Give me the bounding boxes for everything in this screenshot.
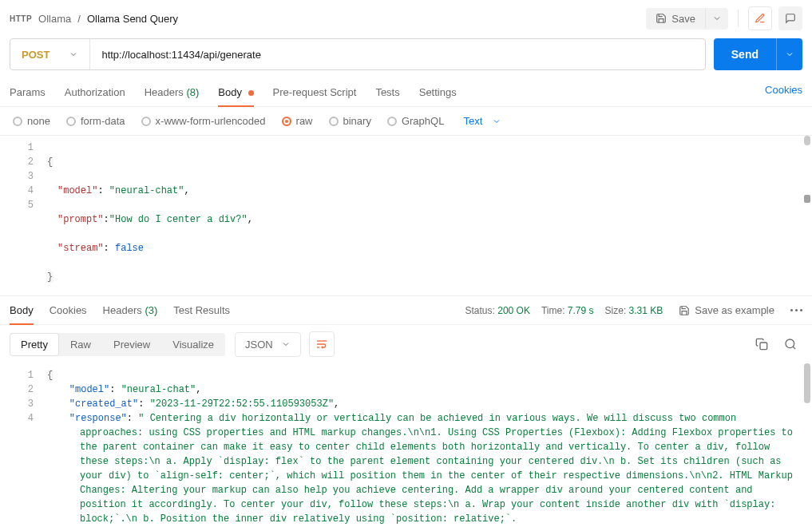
view-mode-segment: Pretty Raw Preview Visualize bbox=[10, 333, 225, 356]
body-type-urlencoded[interactable]: x-www-form-urlencoded bbox=[141, 115, 266, 127]
chevron-down-icon bbox=[69, 50, 78, 59]
chevron-down-icon bbox=[712, 14, 722, 23]
breadcrumb-folder[interactable]: Ollama bbox=[38, 13, 71, 25]
body-type-binary[interactable]: binary bbox=[329, 115, 371, 127]
tab-authorization[interactable]: Authorization bbox=[65, 81, 125, 106]
url-row: POST http://localhost:11434/api/generate… bbox=[0, 38, 812, 81]
response-code[interactable]: { "model": "neural-chat", "created_at": … bbox=[42, 363, 812, 531]
radio-icon bbox=[282, 117, 291, 126]
response-meta: Status: 200 OK Time: 7.79 s Size: 3.31 K… bbox=[465, 305, 663, 324]
radio-icon bbox=[66, 117, 76, 126]
response-format-dropdown[interactable]: JSON bbox=[235, 332, 301, 357]
chevron-down-icon bbox=[785, 50, 794, 59]
svg-rect-2 bbox=[760, 343, 767, 350]
body-type-none[interactable]: none bbox=[13, 115, 50, 127]
search-icon bbox=[784, 338, 797, 351]
edit-button[interactable] bbox=[748, 6, 772, 30]
response-gutter: 1 2 3 4 bbox=[0, 363, 42, 531]
editor-scrollbar[interactable] bbox=[804, 136, 810, 295]
radio-icon bbox=[329, 117, 339, 126]
send-button-group: Send bbox=[714, 38, 802, 70]
response-tab-body[interactable]: Body bbox=[10, 304, 34, 324]
save-label: Save bbox=[671, 13, 695, 25]
save-button[interactable]: Save bbox=[646, 8, 705, 30]
breadcrumb-separator: / bbox=[77, 13, 81, 25]
copy-button[interactable] bbox=[750, 332, 774, 356]
tab-body-label: Body bbox=[218, 86, 242, 98]
tab-headers-label: Headers bbox=[145, 86, 184, 98]
response-body-editor[interactable]: 1 2 3 4 { "model": "neural-chat", "creat… bbox=[0, 363, 812, 531]
response-header: Body Cookies Headers (3) Test Results St… bbox=[0, 295, 812, 324]
url-input[interactable]: http://localhost:11434/api/generate bbox=[90, 39, 704, 69]
radio-icon bbox=[387, 117, 397, 126]
wrap-lines-button[interactable] bbox=[309, 331, 335, 357]
tab-headers-count: (8) bbox=[186, 86, 199, 98]
url-box: POST http://localhost:11434/api/generate bbox=[10, 38, 706, 70]
more-menu[interactable] bbox=[790, 309, 802, 319]
response-tab-cookies[interactable]: Cookies bbox=[50, 304, 87, 324]
method-label: POST bbox=[22, 49, 50, 61]
send-button[interactable]: Send bbox=[714, 38, 776, 70]
body-format-label: Text bbox=[463, 115, 482, 127]
search-button[interactable] bbox=[778, 332, 802, 356]
tab-tests[interactable]: Tests bbox=[375, 81, 399, 106]
response-toolbar: Pretty Raw Preview Visualize JSON bbox=[0, 324, 812, 363]
view-visualize[interactable]: Visualize bbox=[161, 333, 225, 356]
tab-params[interactable]: Params bbox=[10, 81, 46, 106]
scroll-thumb[interactable] bbox=[804, 363, 810, 403]
unsaved-dot-icon bbox=[248, 90, 254, 96]
editor-code[interactable]: { "model": "neural-chat", "prompt":"How … bbox=[42, 136, 812, 295]
breadcrumb-request[interactable]: Ollama Send Query bbox=[87, 13, 178, 25]
body-type-row: none form-data x-www-form-urlencoded raw… bbox=[0, 107, 812, 136]
response-size: 3.31 KB bbox=[629, 305, 663, 316]
view-raw[interactable]: Raw bbox=[59, 333, 102, 356]
body-type-formdata[interactable]: form-data bbox=[66, 115, 125, 127]
tab-headers[interactable]: Headers (8) bbox=[145, 81, 200, 106]
http-badge-icon: HTTP bbox=[10, 14, 32, 23]
svg-point-3 bbox=[786, 339, 794, 348]
tab-body[interactable]: Body bbox=[218, 81, 253, 106]
svg-line-4 bbox=[793, 347, 795, 349]
chevron-down-icon bbox=[281, 339, 291, 349]
request-tabs: Params Authorization Headers (8) Body Pr… bbox=[0, 81, 812, 107]
body-type-graphql[interactable]: GraphQL bbox=[387, 115, 444, 127]
response-scrollbar[interactable] bbox=[804, 363, 810, 531]
scroll-mark bbox=[804, 195, 810, 203]
save-icon bbox=[656, 13, 667, 24]
save-as-example-button[interactable]: Save as example bbox=[679, 304, 774, 324]
save-dropdown[interactable] bbox=[705, 9, 728, 28]
body-type-raw[interactable]: raw bbox=[282, 115, 313, 127]
response-tab-headers[interactable]: Headers (3) bbox=[103, 304, 158, 324]
comment-button[interactable] bbox=[778, 6, 802, 30]
editor-gutter: 1 2 3 4 5 bbox=[0, 136, 42, 295]
save-icon bbox=[679, 305, 690, 316]
wrap-icon bbox=[315, 338, 328, 351]
scroll-thumb[interactable] bbox=[804, 136, 810, 145]
response-status: 200 OK bbox=[497, 305, 530, 316]
pencil-icon bbox=[755, 13, 766, 24]
response-time: 7.79 s bbox=[568, 305, 594, 316]
view-preview[interactable]: Preview bbox=[102, 333, 161, 356]
tab-settings[interactable]: Settings bbox=[419, 81, 457, 106]
send-dropdown[interactable] bbox=[776, 38, 802, 70]
cookies-link[interactable]: Cookies bbox=[765, 84, 802, 104]
body-format-dropdown[interactable]: Text bbox=[463, 115, 501, 127]
request-body-editor[interactable]: 1 2 3 4 5 { "model": "neural-chat", "pro… bbox=[0, 136, 812, 295]
chevron-down-icon bbox=[492, 117, 501, 126]
save-button-group: Save bbox=[646, 8, 728, 30]
tab-prerequest[interactable]: Pre-request Script bbox=[273, 81, 357, 106]
method-select[interactable]: POST bbox=[10, 39, 90, 69]
copy-icon bbox=[755, 338, 768, 351]
topbar: HTTP Ollama / Ollama Send Query Save bbox=[0, 0, 812, 38]
radio-icon bbox=[13, 117, 22, 126]
comment-icon bbox=[785, 13, 796, 24]
view-pretty[interactable]: Pretty bbox=[10, 333, 59, 356]
radio-icon bbox=[141, 117, 151, 126]
response-tab-test-results[interactable]: Test Results bbox=[173, 304, 230, 324]
divider bbox=[738, 10, 739, 27]
